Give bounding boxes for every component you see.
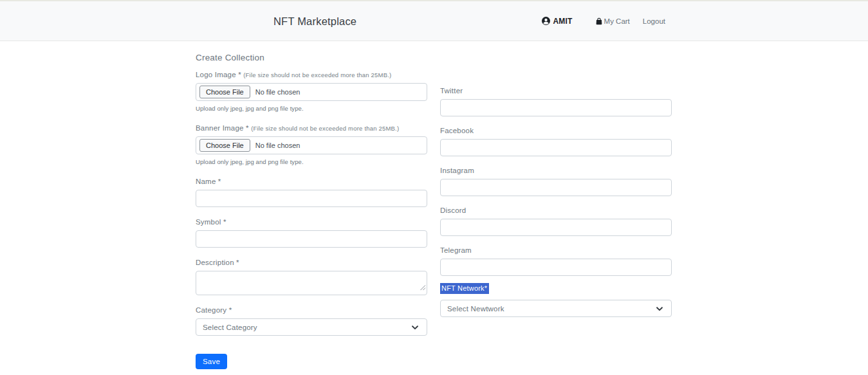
logo-size-note: (File size should not be exceeded more t… bbox=[243, 71, 391, 78]
twitter-label: Twitter bbox=[440, 87, 672, 95]
banner-upload-hint: Upload only jpeg, jpg and png file type. bbox=[196, 158, 427, 165]
header-nav: AMIT My Cart Logout bbox=[542, 15, 669, 28]
description-field-group: Description * bbox=[196, 259, 427, 295]
name-input[interactable] bbox=[196, 190, 427, 207]
symbol-field-group: Symbol * bbox=[196, 218, 427, 248]
shopping-bag-icon bbox=[595, 17, 603, 26]
instagram-label: Instagram bbox=[440, 167, 672, 174]
app-title: NFT Marketplace bbox=[273, 15, 356, 27]
telegram-input[interactable] bbox=[440, 259, 672, 276]
instagram-field-group: Instagram bbox=[440, 167, 672, 196]
header: NFT Marketplace AMIT My Cart Logout bbox=[0, 1, 868, 41]
logo-file-input[interactable]: Choose File No file chosen bbox=[196, 83, 427, 101]
page-title: Create Collection bbox=[196, 53, 672, 62]
logo-image-label: Logo Image * (File size should not be ex… bbox=[196, 71, 427, 78]
nft-network-field-group: NFT Network* Select Newtwork bbox=[440, 282, 672, 317]
discord-label: Discord bbox=[440, 206, 672, 214]
banner-file-status: No file chosen bbox=[255, 142, 300, 149]
banner-choose-file-button[interactable]: Choose File bbox=[199, 139, 250, 152]
logout-link[interactable]: Logout bbox=[639, 15, 669, 28]
category-selected-value: Select Category bbox=[203, 324, 257, 331]
name-field-group: Name * bbox=[196, 178, 427, 207]
discord-field-group: Discord bbox=[440, 206, 672, 236]
create-collection-page: Create Collection Logo Image * (File siz… bbox=[196, 41, 672, 369]
form-left-column: Logo Image * (File size should not be ex… bbox=[196, 71, 427, 369]
logo-choose-file-button[interactable]: Choose File bbox=[199, 86, 250, 98]
logo-image-label-text: Logo Image * bbox=[196, 71, 241, 78]
chevron-down-icon bbox=[411, 323, 420, 332]
telegram-field-group: Telegram bbox=[440, 246, 672, 276]
user-name: AMIT bbox=[553, 17, 572, 26]
my-cart-link[interactable]: My Cart bbox=[595, 17, 630, 26]
chevron-down-icon bbox=[655, 304, 664, 313]
description-label: Description * bbox=[196, 259, 427, 266]
nft-network-select[interactable]: Select Newtwork bbox=[440, 300, 672, 317]
logo-file-status: No file chosen bbox=[255, 88, 300, 96]
nft-network-label: NFT Network* bbox=[440, 283, 489, 294]
instagram-input[interactable] bbox=[440, 179, 672, 196]
logo-image-field: Logo Image * (File size should not be ex… bbox=[196, 71, 427, 112]
category-field-group: Category * Select Category bbox=[196, 306, 427, 336]
facebook-field-group: Facebook bbox=[440, 127, 672, 156]
category-select[interactable]: Select Category bbox=[196, 318, 427, 336]
my-cart-label: My Cart bbox=[604, 17, 630, 25]
twitter-input[interactable] bbox=[440, 99, 672, 116]
nft-network-selected-value: Select Newtwork bbox=[447, 305, 504, 313]
banner-file-input[interactable]: Choose File No file chosen bbox=[196, 136, 427, 154]
banner-image-label: Banner Image * (File size should not be … bbox=[196, 124, 427, 132]
twitter-field-group: Twitter bbox=[440, 87, 672, 116]
user-menu[interactable]: AMIT bbox=[542, 17, 572, 26]
facebook-label: Facebook bbox=[440, 127, 672, 134]
discord-input[interactable] bbox=[440, 219, 672, 236]
description-textarea[interactable] bbox=[196, 271, 427, 295]
user-circle-icon bbox=[542, 17, 550, 25]
banner-image-field: Banner Image * (File size should not be … bbox=[196, 124, 427, 165]
telegram-label: Telegram bbox=[440, 246, 672, 254]
name-label: Name * bbox=[196, 178, 427, 185]
symbol-label: Symbol * bbox=[196, 218, 427, 226]
facebook-input[interactable] bbox=[440, 139, 672, 156]
save-button[interactable]: Save bbox=[196, 354, 227, 369]
form-right-column: Twitter Facebook Instagram Discord Teleg… bbox=[440, 71, 672, 369]
symbol-input[interactable] bbox=[196, 230, 427, 248]
banner-image-label-text: Banner Image * bbox=[196, 124, 249, 132]
logo-upload-hint: Upload only jpeg, jpg and png file type. bbox=[196, 105, 427, 112]
banner-size-note: (File size should not be exceeded more t… bbox=[251, 125, 399, 132]
category-label: Category * bbox=[196, 306, 427, 314]
